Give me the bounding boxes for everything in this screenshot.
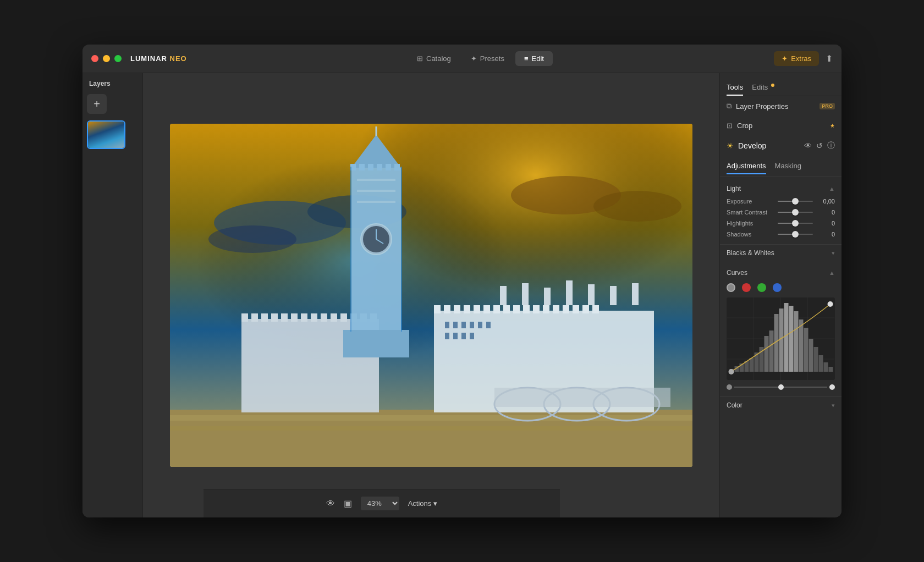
crop-icon: ⊡ <box>727 122 733 130</box>
curves-section-header[interactable]: Curves ▲ <box>720 266 842 280</box>
develop-title: Develop <box>738 141 800 150</box>
exposure-label: Exposure <box>727 198 773 205</box>
presets-label: Presets <box>480 54 504 63</box>
svg-rect-47 <box>311 313 317 322</box>
eye-icon: 👁 <box>326 499 335 509</box>
title-nav: ⊞ Catalog ✦ Presets ≡ Edit <box>408 51 553 66</box>
svg-rect-57 <box>357 179 395 181</box>
tab-masking[interactable]: Masking <box>775 158 801 174</box>
curves-range-slider <box>720 382 842 392</box>
crop-section[interactable]: ⊡ Crop ★ <box>720 116 842 135</box>
develop-info-button[interactable]: ⓘ <box>827 141 835 151</box>
tab-edits[interactable]: Edits <box>752 80 774 96</box>
svg-rect-16 <box>478 322 482 328</box>
star-badge: ★ <box>830 123 835 129</box>
maximize-button[interactable] <box>114 55 122 62</box>
svg-point-112 <box>729 369 734 374</box>
catalog-nav-button[interactable]: ⊞ Catalog <box>408 51 460 66</box>
tab-adjustments[interactable]: Adjustments <box>727 158 766 174</box>
svg-rect-14 <box>461 322 466 328</box>
edits-dot <box>771 84 774 87</box>
light-section-header[interactable]: Light ▲ <box>720 181 842 196</box>
curves-channel-rgb[interactable] <box>727 283 735 292</box>
curves-slider-thumb[interactable] <box>778 384 784 390</box>
color-section-header[interactable]: Color ▾ <box>720 397 842 414</box>
svg-rect-27 <box>483 305 490 313</box>
svg-rect-46 <box>301 313 307 322</box>
svg-rect-36 <box>573 305 579 313</box>
zoom-selector[interactable]: 43% 25% 50% 75% 100% <box>361 497 399 510</box>
color-title: Color <box>727 401 832 409</box>
app-name-suffix: NEO <box>170 54 187 63</box>
svg-rect-111 <box>829 367 833 372</box>
minimize-button[interactable] <box>103 55 110 62</box>
photo-background <box>170 124 692 467</box>
svg-rect-24 <box>454 305 460 313</box>
layers-title: Layers <box>87 80 138 87</box>
svg-rect-58 <box>357 190 395 192</box>
layer-properties-section[interactable]: ⧉ Layer Properties PRO <box>720 96 842 116</box>
curves-channel-green[interactable] <box>757 283 766 292</box>
curves-chevron-icon: ▲ <box>829 269 835 276</box>
svg-rect-83 <box>401 167 402 332</box>
exposure-slider[interactable] <box>778 201 813 202</box>
smart-contrast-row: Smart Contrast 0 <box>720 207 842 218</box>
compare-button[interactable]: ▣ <box>344 498 352 509</box>
svg-rect-79 <box>588 284 595 305</box>
svg-rect-95 <box>750 358 754 372</box>
svg-rect-30 <box>513 305 520 313</box>
svg-rect-78 <box>566 280 573 305</box>
exposure-row: Exposure 0,00 <box>720 196 842 207</box>
layer-thumb-preview <box>88 122 124 148</box>
visibility-toggle-button[interactable]: 👁 <box>326 499 335 509</box>
app-window: LUMINAR NEO ⊞ Catalog ✦ Presets ≡ Edit ✦… <box>82 45 842 517</box>
svg-rect-21 <box>470 333 474 339</box>
smart-contrast-label: Smart Contrast <box>727 209 773 216</box>
develop-reset-button[interactable]: ↺ <box>816 141 823 151</box>
photo-canvas <box>170 124 692 467</box>
highlights-slider[interactable] <box>778 223 813 224</box>
develop-section-header: ☀ Develop 👁 ↺ ⓘ <box>720 135 842 156</box>
add-icon: + <box>94 98 100 111</box>
main-content: Layers + <box>82 73 842 517</box>
shadows-row: Shadows 0 <box>720 229 842 240</box>
curves-slider-track[interactable] <box>734 387 827 388</box>
share-button[interactable]: ⬆ <box>826 53 833 64</box>
curves-slider-left-handle[interactable] <box>727 384 732 390</box>
sun-icon: ☀ <box>727 141 734 150</box>
svg-rect-105 <box>799 319 804 372</box>
tab-tools[interactable]: Tools <box>727 80 743 96</box>
info-icon: ⓘ <box>827 141 835 150</box>
extras-label: Extras <box>791 54 811 63</box>
svg-rect-48 <box>321 313 327 322</box>
svg-point-113 <box>828 301 833 307</box>
curves-slider-right-handle[interactable] <box>829 384 835 390</box>
add-layer-button[interactable]: + <box>87 94 107 114</box>
layer-thumbnail[interactable] <box>87 120 125 149</box>
layer-properties-label: Layer Properties <box>736 102 815 111</box>
curves-channel-blue[interactable] <box>773 283 782 292</box>
curves-svg <box>727 297 835 380</box>
svg-rect-18 <box>445 333 449 339</box>
svg-rect-66 <box>359 164 365 170</box>
svg-rect-49 <box>331 313 337 322</box>
develop-visibility-button[interactable]: 👁 <box>804 141 812 151</box>
pro-badge: PRO <box>820 103 835 109</box>
shadows-slider[interactable] <box>778 234 813 235</box>
svg-rect-64 <box>343 330 409 357</box>
edit-nav-button[interactable]: ≡ Edit <box>515 51 553 66</box>
close-button[interactable] <box>91 55 98 62</box>
curves-channel-red[interactable] <box>742 283 751 292</box>
extras-button[interactable]: ✦ Extras <box>774 51 819 66</box>
svg-rect-40 <box>241 313 248 322</box>
shadows-value: 0 <box>817 231 835 238</box>
catalog-label: Catalog <box>426 54 451 63</box>
actions-button[interactable]: Actions ▾ <box>408 499 438 508</box>
layers-icon: ⧉ <box>727 102 732 111</box>
svg-rect-82 <box>350 167 351 332</box>
presets-nav-button[interactable]: ✦ Presets <box>462 51 513 66</box>
blacks-whites-section[interactable]: Blacks & Whites ▾ <box>720 244 842 261</box>
svg-rect-104 <box>794 311 799 372</box>
svg-rect-26 <box>474 305 480 313</box>
smart-contrast-slider[interactable] <box>778 212 813 213</box>
